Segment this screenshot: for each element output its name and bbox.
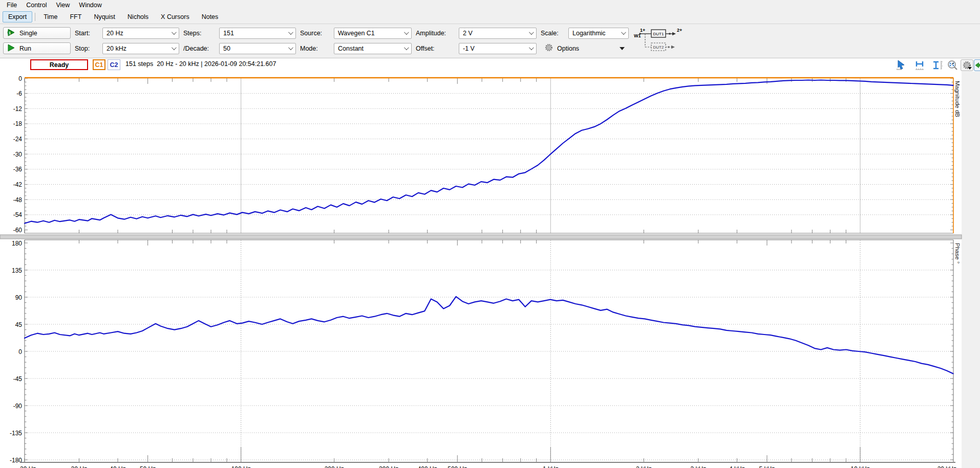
magnitude-tick-label: -36: [13, 166, 23, 173]
select-value: 151: [223, 30, 234, 37]
diagram-in-label: 1+: [640, 28, 645, 33]
phase-tick-label: 45: [15, 321, 23, 328]
select-source[interactable]: Wavegen C1: [334, 28, 412, 39]
phase-tick-label: -90: [13, 403, 23, 410]
phase-tick-label: -45: [13, 375, 23, 383]
tab-export[interactable]: Export: [3, 11, 32, 23]
magnitude-tick-label: -30: [13, 151, 23, 158]
phase-tick-label: -135: [10, 430, 22, 437]
status-text: Ready: [50, 61, 69, 69]
chevron-down-icon: [172, 45, 177, 50]
zoom-gauge-icon[interactable]: [947, 60, 959, 71]
tab-separator: [35, 13, 35, 21]
select-value: 20 kHz: [106, 45, 126, 52]
bode-plot-area[interactable]: 0-6-12-18-24-30-36-42-48-54-601801359045…: [0, 72, 980, 468]
select-offset[interactable]: -1 V: [459, 43, 537, 54]
select-value: Constant: [338, 45, 364, 52]
magnitude-tick-label: -24: [13, 136, 23, 143]
select-scale[interactable]: Logarithmic: [568, 28, 629, 39]
frequency-tick-label: 400 Hz: [418, 465, 437, 468]
diagram-dut2-label: DUT2: [653, 45, 664, 50]
run-button-label: Run: [19, 45, 31, 52]
menu-item-view[interactable]: View: [51, 1, 74, 9]
channel-2-label: C2: [110, 61, 118, 69]
frequency-tick-label: 1 kHz: [543, 465, 559, 468]
phase-tick-label: -180: [10, 457, 22, 464]
vertical-cursor-icon[interactable]: [932, 60, 944, 71]
magnitude-tick-label: -60: [13, 227, 23, 234]
tab-nyquist[interactable]: Nyquist: [88, 11, 121, 23]
select-stop[interactable]: 20 kHz: [102, 43, 179, 54]
select-value: 50: [223, 45, 230, 52]
menu-item-file[interactable]: File: [2, 1, 22, 9]
field-label-decade: /Decade:: [183, 45, 215, 52]
panel-splitter[interactable]: [0, 235, 962, 239]
green-left-arrow-icon: [975, 62, 980, 69]
frequency-tick-label: 20 Hz: [20, 465, 36, 468]
plot-settings-button[interactable]: [961, 59, 973, 71]
wavegen-dut-diagram: 1+ W1 DUT1 2+ DUT2: [633, 27, 977, 55]
svg-text:1: 1: [9, 30, 11, 35]
select-value: 2 V: [463, 30, 473, 37]
magnitude-tick-label: -54: [13, 211, 23, 218]
field-label-steps: Steps:: [183, 30, 215, 37]
tab-x-cursors[interactable]: X Cursors: [155, 11, 195, 23]
frequency-tick-label: 10 kHz: [850, 465, 869, 468]
single-play-icon: 1: [7, 29, 15, 38]
select-value: Wavegen C1: [338, 30, 375, 37]
options-button-label: Options: [557, 45, 579, 52]
magnitude-tick-label: -12: [13, 105, 23, 113]
field-label-offset: Offset:: [416, 45, 455, 52]
frequency-tick-label: 2 kHz: [636, 465, 652, 468]
frequency-tick-label: 50 Hz: [140, 465, 156, 468]
frequency-tick-label: 100 Hz: [231, 465, 251, 468]
tab-time[interactable]: Time: [38, 11, 63, 23]
select-value: Logarithmic: [572, 30, 606, 37]
select-value: 20 Hz: [106, 30, 123, 37]
options-caret-icon: [620, 47, 625, 50]
field-label-start: Start:: [75, 30, 98, 37]
frequency-tick-label: 30 Hz: [71, 465, 87, 468]
field-label-source: Source:: [300, 30, 330, 37]
select-value: -1 V: [463, 45, 475, 52]
chevron-down-icon: [288, 30, 293, 35]
chevron-down-icon: [621, 30, 626, 35]
diagram-out-label: 2+: [677, 28, 682, 33]
select-start[interactable]: 20 Hz: [102, 28, 179, 39]
channel-2-toggle[interactable]: C2: [108, 59, 120, 70]
channel-1-toggle[interactable]: C1: [93, 59, 105, 70]
chevron-down-icon: [404, 45, 409, 50]
frequency-tick-label: 20 kHz: [938, 465, 956, 468]
toolbar: 1 Single Run Options: [0, 24, 980, 58]
right-margin-strip: [962, 72, 980, 468]
select-decade[interactable]: 50: [219, 43, 296, 54]
frequency-tick-label: 40 Hz: [110, 465, 125, 468]
collapse-panel-button[interactable]: [974, 59, 980, 71]
frequency-tick-label: 300 Hz: [379, 465, 398, 468]
select-steps[interactable]: 151: [219, 28, 296, 39]
chevron-down-icon: [288, 45, 293, 50]
menu-item-control[interactable]: Control: [22, 1, 51, 9]
magnitude-tick-label: 0: [18, 75, 22, 82]
single-button[interactable]: 1 Single: [3, 27, 71, 39]
chevron-down-icon: [529, 30, 534, 35]
select-amplitude[interactable]: 2 V: [459, 28, 537, 39]
run-button[interactable]: Run: [3, 42, 71, 54]
sweep-summary: 151 steps 20 Hz - 20 kHz | 2026-01-09 20…: [125, 60, 276, 68]
status-badge: Ready: [30, 59, 88, 70]
channel-1-label: C1: [95, 61, 103, 69]
field-label-stop: Stop:: [75, 45, 98, 52]
options-button[interactable]: Options: [541, 43, 629, 54]
select-mode[interactable]: Constant: [334, 43, 412, 54]
pointer-mode-icon[interactable]: [896, 60, 908, 71]
bode-plot-svg[interactable]: 0-6-12-18-24-30-36-42-48-54-601801359045…: [0, 72, 980, 468]
horizontal-cursor-icon[interactable]: [914, 60, 926, 71]
phase-axis-title: Phase °: [954, 243, 961, 263]
tab-notes[interactable]: Notes: [196, 11, 224, 23]
field-label-amplitude: Amplitude:: [416, 30, 455, 37]
chevron-down-icon: [529, 45, 534, 50]
tab-nichols[interactable]: Nichols: [122, 11, 154, 23]
menu-item-window[interactable]: Window: [74, 1, 106, 9]
tab-fft[interactable]: FFT: [64, 11, 87, 23]
menu-bar: FileControlViewWindow: [0, 0, 980, 10]
